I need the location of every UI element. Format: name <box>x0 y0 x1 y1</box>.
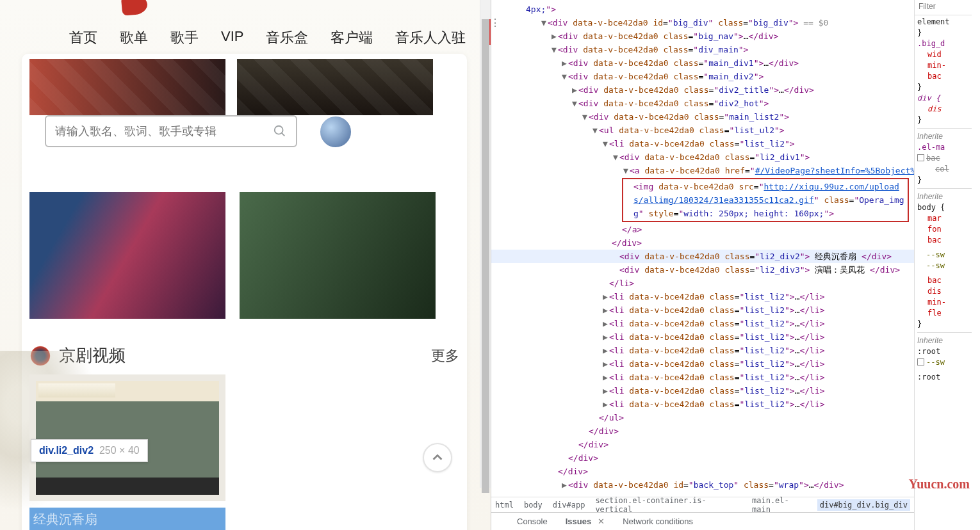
video-thumb[interactable] <box>29 59 225 115</box>
nav-vip[interactable]: VIP <box>221 28 243 47</box>
svg-point-0 <box>275 126 283 134</box>
styles-filter-input[interactable]: Filter <box>915 0 972 15</box>
logo-bar <box>0 0 491 10</box>
more-link[interactable]: 更多 <box>431 346 459 365</box>
nav-home[interactable]: 首页 <box>69 28 97 47</box>
tab-issues[interactable]: Issues <box>566 517 591 526</box>
video-banner <box>38 383 115 398</box>
breadcrumb-item-selected[interactable]: div#big_div.big_div <box>817 499 910 511</box>
more-icon[interactable]: ⋮ <box>490 17 499 29</box>
vertical-scrollbar[interactable] <box>480 0 491 488</box>
video-thumb[interactable] <box>237 59 433 115</box>
search-box <box>45 115 297 147</box>
selected-dom-node[interactable]: <div data-v-bce42da0 class="li2_div2"> 经… <box>491 250 914 263</box>
breadcrumb-item[interactable]: div#app <box>553 501 585 510</box>
thumb-row-2 <box>29 192 459 319</box>
breadcrumb-item[interactable]: body <box>524 501 543 510</box>
back-to-top-button[interactable] <box>423 443 452 472</box>
tooltip-selector: div.li2_div2 <box>39 445 94 456</box>
tab-network-conditions[interactable]: Network conditions <box>623 517 693 526</box>
svg-line-1 <box>282 133 285 136</box>
search-input[interactable] <box>55 125 273 138</box>
nav-musician[interactable]: 音乐人入驻 <box>395 28 466 47</box>
nav-musicbox[interactable]: 音乐盒 <box>266 28 308 47</box>
video-thumb[interactable] <box>29 192 225 319</box>
devtools-tooltip: div.li2_div2 250 × 40 <box>31 439 148 462</box>
elements-pane: 4px;"> ▼<div data-v-bce42da0 id="big_div… <box>491 0 914 530</box>
styles-rules: element } .big_d wid min- bac } div { di… <box>915 15 972 530</box>
user-avatar[interactable] <box>319 115 352 149</box>
breadcrumb-item[interactable]: section.el-container.is-vertical <box>595 496 742 514</box>
close-icon[interactable]: ✕ <box>598 517 605 526</box>
video-thumb[interactable] <box>240 192 436 319</box>
nav-singer[interactable]: 歌手 <box>170 28 199 47</box>
video-frame[interactable] <box>29 374 225 501</box>
scrollbar-thumb[interactable] <box>482 19 489 493</box>
styles-pane[interactable]: Filter element } .big_d wid min- bac } d… <box>914 0 972 530</box>
highlighted-dom-node: <img data-v-bce42da0 src="http://xiqu.99… <box>622 178 909 222</box>
tooltip-dimensions: 250 × 40 <box>99 445 140 456</box>
dom-breadcrumb[interactable]: html body div#app section.el-container.i… <box>491 497 914 512</box>
devtools-drawer-tabs: Console Issues✕ Network conditions <box>491 512 914 530</box>
top-thumb-row <box>29 59 459 115</box>
chevron-up-icon <box>430 451 445 465</box>
nav-client[interactable]: 客户端 <box>331 28 373 47</box>
nav-playlist[interactable]: 歌单 <box>120 28 148 47</box>
webpage-viewport: 首页 歌单 歌手 VIP 音乐盒 客户端 音乐人入驻 <box>0 0 491 530</box>
devtools-panel: ⋮ 4px;"> ▼<div data-v-bce42da0 id="big_d… <box>491 0 980 530</box>
tab-console[interactable]: Console <box>517 517 548 526</box>
main-nav: 首页 歌单 歌手 VIP 音乐盒 客户端 音乐人入驻 <box>0 10 491 47</box>
breadcrumb-item[interactable]: html <box>495 501 514 510</box>
search-icon[interactable] <box>273 124 287 138</box>
dom-tree[interactable]: 4px;"> ▼<div data-v-bce42da0 id="big_div… <box>491 0 914 497</box>
breadcrumb-item[interactable]: main.el-main <box>752 496 807 514</box>
